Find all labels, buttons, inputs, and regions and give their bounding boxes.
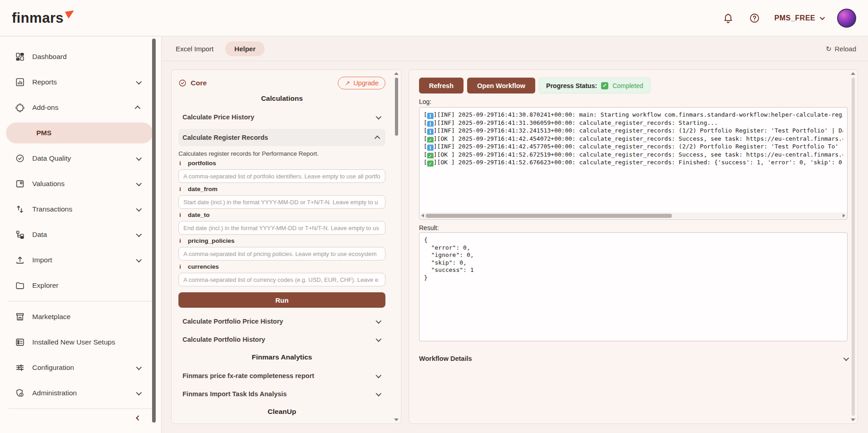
info-icon: i — [179, 160, 181, 167]
field-label-portfolios: i portfolios — [179, 160, 385, 167]
chevron-down-icon — [376, 390, 382, 396]
sidebar-item-explorer[interactable]: Explorer — [0, 273, 161, 298]
success-check-icon: ✓ — [427, 161, 434, 167]
sidebar-item-configuration[interactable]: Configuration — [0, 355, 161, 380]
sidebar-item-data-quality[interactable]: Data Quality — [0, 146, 161, 171]
workspace-switcher[interactable]: PMS_FREE — [774, 14, 824, 22]
administration-shield-icon — [15, 388, 25, 398]
info-icon: i — [427, 113, 434, 119]
accordion-calculate-price-history[interactable]: Calculate Price History — [178, 108, 385, 126]
workflow-details-toggle[interactable]: Workflow Details — [419, 350, 848, 367]
sidebar-item-valuations[interactable]: Valuations — [0, 171, 161, 197]
section-heading-cleanup: CleanUp — [178, 408, 385, 416]
sidebar-item-add-ons[interactable]: Add-ons — [0, 95, 161, 120]
accordion-import-task-ids-analysis[interactable]: Finmars Import Task Ids Analysis — [178, 385, 385, 403]
chevron-down-icon — [820, 15, 825, 20]
scrollbar-thumb[interactable] — [852, 78, 855, 416]
log-box: [i][INF] 2025-09-29T16:41:30.870241+00:0… — [419, 107, 848, 220]
log-line: [i][INF] 2025-09-29T16:41:31.306059+00:0… — [424, 119, 843, 127]
valuations-icon — [15, 179, 25, 189]
chevron-down-icon — [136, 180, 142, 186]
log-horizontal-scrollbar[interactable] — [420, 212, 847, 219]
info-icon: i — [427, 129, 434, 135]
result-box: { "error": 0, "ignore": 0, "skip": 0, "s… — [419, 232, 848, 341]
scroll-down-icon[interactable] — [394, 418, 399, 421]
import-icon — [15, 255, 25, 265]
dashboard-icon — [15, 52, 25, 62]
scroll-left-icon[interactable] — [421, 214, 424, 217]
marketplace-icon — [15, 312, 25, 322]
accordion-fx-rate-completeness-report[interactable]: Finmars price fx-rate completeness repor… — [178, 367, 385, 385]
field-label-date-to: i date_to — [179, 212, 385, 218]
sidebar-item-dashboard[interactable]: Dashboard — [0, 44, 161, 69]
date-to-input[interactable] — [178, 221, 385, 235]
accordion-calculate-portfolio-history[interactable]: Calculate Portfolio History — [178, 330, 385, 349]
reload-button[interactable]: ↻ Reload — [826, 45, 856, 53]
date-from-input[interactable] — [178, 195, 385, 209]
scrollbar-thumb[interactable] — [395, 78, 398, 136]
open-workflow-button[interactable]: Open Workflow — [467, 78, 535, 93]
chevron-down-icon — [376, 336, 382, 342]
log-line: [i][INF] 2025-09-29T16:41:30.870241+00:0… — [424, 111, 843, 119]
help-icon[interactable] — [748, 12, 761, 25]
refresh-button[interactable]: Refresh — [419, 78, 464, 93]
reload-icon: ↻ — [826, 45, 832, 53]
logo-flag-icon — [64, 10, 74, 20]
scroll-right-icon[interactable] — [843, 214, 845, 217]
scrollbar-thumb[interactable] — [426, 214, 672, 218]
field-label-pricing-policies: i pricing_policies — [179, 237, 385, 244]
currencies-input[interactable] — [178, 273, 385, 286]
avatar[interactable] — [837, 9, 856, 28]
progress-status-badge: Progress Status: ✓ Completed — [539, 78, 651, 93]
section-heading-finmars-analytics: Finmars Analytics — [178, 353, 385, 361]
result-json: { "error": 0, "ignore": 0, "skip": 0, "s… — [424, 236, 843, 281]
upgrade-button[interactable]: ↗ Upgrade — [338, 77, 385, 89]
log-line: [i][INF] 2025-09-29T16:41:32.241513+00:0… — [424, 127, 843, 135]
finmars-logo: finmars — [12, 10, 74, 26]
notifications-bell-icon[interactable] — [722, 12, 735, 25]
accordion-calculate-portfolio-price-history[interactable]: Calculate Portfolio Price History — [178, 312, 385, 330]
sidebar-item-data[interactable]: Data — [0, 222, 161, 247]
log-line: [✓][OK ] 2025-09-29T16:41:52.672519+00:0… — [424, 151, 843, 159]
sidebar-scrollbar-thumb[interactable] — [152, 39, 156, 423]
sidebar-item-transactions[interactable]: Transactions — [0, 197, 161, 222]
scroll-up-icon[interactable] — [394, 72, 399, 75]
sidebar-item-marketplace[interactable]: Marketplace — [0, 304, 161, 330]
section-heading-calculations: Calculations — [178, 94, 385, 103]
core-panel-title: Core — [191, 79, 207, 87]
sidebar-collapse-button[interactable] — [0, 412, 161, 426]
chevron-down-icon — [136, 155, 142, 161]
tab-helper[interactable]: Helper — [225, 41, 265, 56]
pricing-policies-input[interactable] — [178, 247, 385, 261]
sidebar-divider — [8, 408, 153, 409]
sidebar-item-installed-new-user-setups[interactable]: Installed New User Setups — [0, 330, 161, 355]
sidebar-item-pms[interactable]: PMS — [0, 120, 161, 146]
tabbar: Excel Import Helper ↻ Reload — [162, 37, 868, 61]
portfolios-input[interactable] — [178, 169, 385, 183]
sidebar-item-administration[interactable]: Administration — [0, 380, 161, 406]
core-panel-header: Core ↗ Upgrade — [178, 76, 385, 90]
accordion-calculate-register-records[interactable]: Calculate Register Records — [178, 129, 385, 146]
sidebar: Dashboard Reports Add-ons PMS Data Quali… — [0, 37, 162, 433]
transactions-icon — [15, 204, 25, 214]
chevron-down-icon — [376, 113, 382, 119]
core-panel-scrollbar[interactable] — [393, 72, 399, 421]
log-line: [✓][OK ] 2025-09-29T16:41:52.676623+00:0… — [424, 158, 843, 167]
upgrade-arrow-icon: ↗ — [345, 79, 350, 87]
workspace-label: PMS_FREE — [774, 14, 815, 22]
log-line: [✓][OK ] 2025-09-29T16:41:42.454072+00:0… — [424, 135, 843, 143]
sidebar-item-reports[interactable]: Reports — [0, 69, 161, 95]
tab-excel-import[interactable]: Excel Import — [175, 41, 214, 56]
scroll-down-icon[interactable] — [851, 418, 855, 421]
info-icon: i — [427, 121, 434, 127]
scroll-up-icon[interactable] — [851, 72, 855, 75]
workflow-panel-scrollbar[interactable] — [850, 72, 856, 421]
explorer-folder-icon — [15, 280, 25, 290]
selected-pill — [6, 123, 153, 143]
info-icon: i — [179, 263, 181, 270]
reports-icon — [15, 77, 25, 87]
run-button[interactable]: Run — [178, 292, 385, 308]
info-icon: i — [179, 237, 181, 244]
progress-status-value: Completed — [612, 82, 643, 89]
sidebar-item-import[interactable]: Import — [0, 247, 161, 273]
